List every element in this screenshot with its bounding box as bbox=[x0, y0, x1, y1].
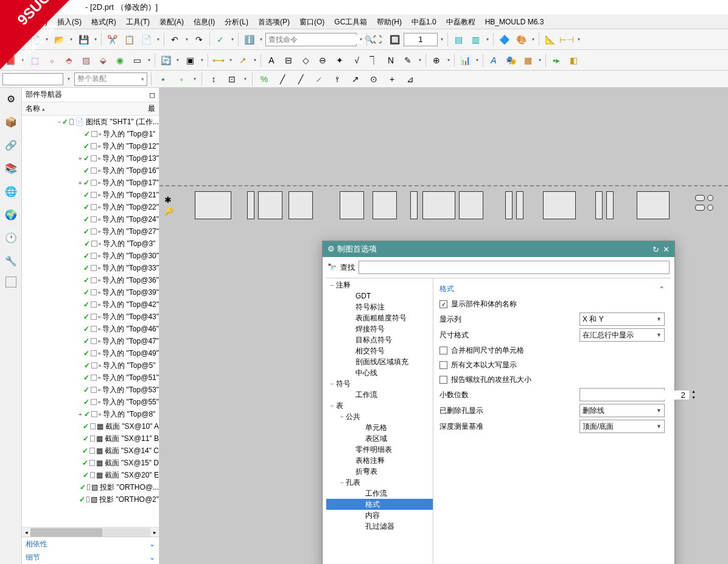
tree-row[interactable]: ✓▫导入的 "Top@3" bbox=[22, 238, 159, 250]
zoom-number[interactable] bbox=[404, 33, 438, 46]
dim1-icon[interactable]: ⟷ bbox=[211, 52, 226, 68]
menu-item[interactable]: 分析(L) bbox=[220, 15, 253, 29]
paste-icon[interactable]: 📄 bbox=[138, 32, 154, 48]
tree-row[interactable]: ✓▫导入的 "Top@49" bbox=[22, 347, 159, 359]
dialog-tree-item[interactable]: 单元格 bbox=[326, 422, 433, 433]
view2-icon[interactable]: ⬦ bbox=[44, 52, 60, 68]
cut-icon[interactable]: ✂️ bbox=[104, 32, 120, 48]
snap5-icon[interactable]: ⫯ bbox=[329, 71, 345, 87]
drawing-view[interactable] bbox=[195, 191, 231, 219]
snap1-icon[interactable]: % bbox=[256, 71, 272, 87]
drawing-view[interactable] bbox=[340, 191, 364, 219]
tree-row[interactable]: ✓▫导入的 "Top@1" bbox=[22, 128, 159, 140]
palette-icon[interactable]: 🔷 bbox=[496, 32, 512, 48]
format-section-header[interactable]: 格式⌃ bbox=[439, 282, 665, 297]
drawing-view[interactable] bbox=[422, 191, 455, 219]
dialog-tree-item[interactable]: −符号 bbox=[326, 378, 433, 389]
balloon-icon[interactable]: ◇ bbox=[298, 52, 313, 68]
style2-icon[interactable]: 🎭 bbox=[503, 52, 519, 68]
view1-icon[interactable]: ⬚ bbox=[27, 52, 43, 68]
roles-icon[interactable]: 🔧 bbox=[4, 253, 18, 268]
constraint-icon[interactable]: 🔗 bbox=[4, 138, 18, 152]
open-icon[interactable]: 📂 bbox=[51, 32, 67, 48]
menu-item[interactable]: 中磊1.0 bbox=[407, 15, 441, 29]
symbol1-icon[interactable]: ✦ bbox=[332, 52, 348, 68]
intersect-icon[interactable]: N bbox=[383, 52, 399, 68]
drawing-view[interactable] bbox=[289, 191, 313, 219]
weld-icon[interactable]: ⏋ bbox=[366, 52, 382, 68]
tree-row[interactable]: ✓▫导入的 "Top@33" bbox=[22, 262, 159, 274]
break-icon[interactable]: ▭ bbox=[129, 52, 145, 68]
section1-icon[interactable]: ▨ bbox=[78, 52, 94, 68]
menu-item[interactable]: 中磊教程 bbox=[441, 15, 480, 29]
dialog-tree-item[interactable]: 表区域 bbox=[326, 433, 433, 444]
dialog-tree-item[interactable]: 格式 bbox=[326, 499, 433, 510]
ruler1-icon[interactable]: 📐 bbox=[542, 32, 558, 48]
tree-row[interactable]: ✓▦截面 "SX@15" D bbox=[22, 457, 159, 469]
dim2-icon[interactable]: ↗ bbox=[235, 52, 251, 68]
table-icon[interactable]: 📊 bbox=[457, 52, 473, 68]
drawing-view[interactable] bbox=[707, 205, 713, 211]
tree-row[interactable]: ✓▫导入的 "Top@5" bbox=[22, 359, 159, 372]
deleted-hole-dropdown[interactable]: 删除线▼ bbox=[579, 404, 665, 417]
snap6-icon[interactable]: ↗ bbox=[348, 71, 363, 87]
internet-icon[interactable]: 🌍 bbox=[4, 207, 18, 222]
drawing-view[interactable] bbox=[516, 191, 523, 219]
dialog-tree-item[interactable]: 孔过滤器 bbox=[326, 521, 433, 532]
tree-row[interactable]: ✓▫导入的 "Top@39" bbox=[22, 286, 159, 298]
dialog-tree-item[interactable]: 零件明细表 bbox=[326, 444, 433, 455]
tree-row[interactable]: ✓▫导入的 "Top@51" bbox=[22, 372, 159, 384]
drawing-view[interactable] bbox=[637, 191, 670, 219]
reuse-icon[interactable]: 🌐 bbox=[4, 184, 18, 199]
drawing-view[interactable] bbox=[247, 191, 254, 219]
dependency-section[interactable]: 相依性⌄ bbox=[22, 537, 159, 551]
snap8-icon[interactable]: + bbox=[384, 71, 400, 87]
paint-icon[interactable]: 🎨 bbox=[513, 32, 529, 48]
thread-checkbox[interactable] bbox=[439, 376, 447, 384]
decimals-spinner[interactable]: ▲▼ bbox=[579, 388, 665, 401]
menu-item[interactable]: 首选项(P) bbox=[253, 15, 295, 29]
zoom-icon[interactable]: 🔲 bbox=[387, 32, 402, 48]
tree-row[interactable]: ✓▫导入的 "Top@43" bbox=[22, 311, 159, 323]
part-nav-icon[interactable]: 📚 bbox=[4, 161, 18, 175]
tree-row[interactable]: +✓▫导入的 "Top@13" bbox=[22, 152, 159, 164]
save-icon[interactable]: 💾 bbox=[75, 32, 91, 48]
undo-icon[interactable]: ↶ bbox=[167, 32, 183, 48]
display-icon[interactable]: ▣ bbox=[182, 52, 198, 68]
dialog-tree-item[interactable]: −孔表 bbox=[326, 477, 433, 488]
dialog-tree-item[interactable]: 剖面线/区域填充 bbox=[326, 356, 433, 367]
detail-icon[interactable]: ◉ bbox=[112, 52, 128, 68]
merge-cells-checkbox[interactable] bbox=[439, 347, 447, 354]
assembly-nav-icon[interactable]: 📦 bbox=[4, 115, 18, 129]
menu-item[interactable]: 窗口(O) bbox=[295, 15, 329, 29]
brush-icon[interactable]: ✓ bbox=[212, 32, 228, 48]
menu-item[interactable]: 插入(S) bbox=[52, 15, 86, 29]
tree-row[interactable]: ✓▦截面 "SX@10" A bbox=[22, 420, 159, 432]
drawing-view[interactable] bbox=[543, 191, 576, 219]
tree-row[interactable]: ✓▫导入的 "Top@12" bbox=[22, 140, 159, 152]
menu-item[interactable]: HB_MOULD M6.3 bbox=[480, 15, 549, 29]
cube2-icon[interactable]: ◧ bbox=[565, 52, 581, 68]
dialog-tree[interactable]: −注释GDT符号标注表面粗糙度符号焊接符号目标点符号相交符号剖面线/区域填充中心… bbox=[326, 278, 433, 564]
snap4-icon[interactable]: ⟋ bbox=[311, 71, 327, 87]
gear-icon[interactable]: ⚙ bbox=[4, 91, 18, 106]
drawing-view[interactable] bbox=[595, 191, 603, 219]
drawing-view[interactable] bbox=[373, 191, 397, 219]
dialog-tree-item[interactable]: 相交符号 bbox=[326, 345, 433, 356]
tree-row[interactable]: ✓▫导入的 "Top@47" bbox=[22, 335, 159, 347]
drawing-view[interactable] bbox=[410, 191, 418, 219]
dialog-tree-item[interactable]: 折弯表 bbox=[326, 466, 433, 477]
display-columns-dropdown[interactable]: X 和 Y▼ bbox=[579, 312, 665, 326]
new-icon[interactable]: 📄 bbox=[27, 32, 43, 48]
start-icon[interactable]: 🟩 bbox=[2, 32, 18, 48]
dialog-tree-item[interactable]: −表 bbox=[326, 400, 433, 411]
drawing-view[interactable] bbox=[695, 205, 705, 211]
fit-icon[interactable]: ⛶ bbox=[369, 32, 385, 48]
redo-icon[interactable]: ↷ bbox=[191, 32, 207, 48]
nav-tree[interactable]: −✓📄图纸页 "SHT1" (工作...✓▫导入的 "Top@1"✓▫导入的 "… bbox=[22, 116, 159, 527]
layer1-icon[interactable]: ▤ bbox=[450, 32, 466, 48]
tree-row[interactable]: −✓📄图纸页 "SHT1" (工作... bbox=[22, 116, 159, 128]
gdt-icon[interactable]: ⊟ bbox=[281, 52, 296, 68]
dialog-tree-item[interactable]: 焊接符号 bbox=[326, 323, 433, 334]
drawing-view[interactable] bbox=[695, 195, 705, 201]
